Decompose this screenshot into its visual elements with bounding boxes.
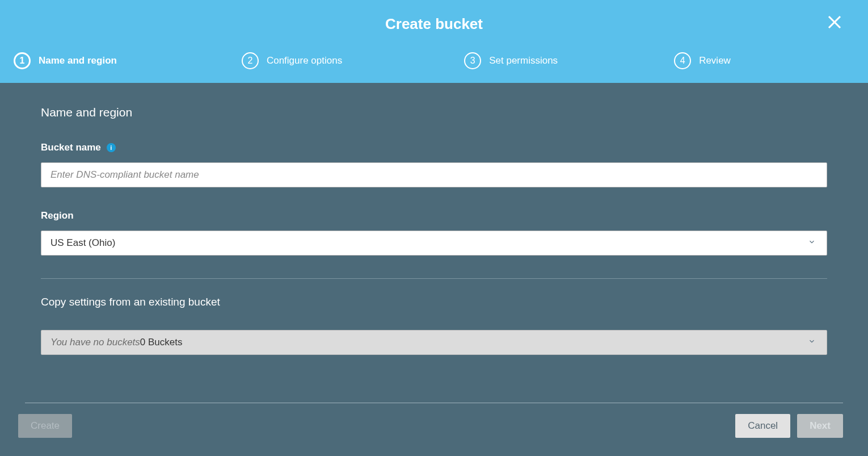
- bucket-name-input[interactable]: [41, 162, 827, 187]
- step-label: Configure options: [267, 55, 342, 66]
- copy-settings-heading: Copy settings from an existing bucket: [41, 296, 827, 308]
- modal-body: Name and region Bucket name i Region US …: [0, 83, 868, 456]
- step-configure-options[interactable]: 2 Configure options: [242, 52, 342, 69]
- close-icon: [826, 14, 843, 31]
- footer-right-buttons: Cancel Next: [735, 414, 843, 438]
- copy-empty-message: You have no buckets: [50, 337, 140, 348]
- footer-divider: [25, 403, 843, 403]
- modal-title: Create bucket: [385, 15, 483, 33]
- step-name-and-region[interactable]: 1 Name and region: [14, 52, 117, 69]
- title-bar: Create bucket: [0, 0, 868, 48]
- region-field: Region US East (Ohio): [41, 210, 827, 256]
- bucket-name-field: Bucket name i: [41, 142, 827, 187]
- step-number-icon: 4: [674, 52, 691, 69]
- region-value: US East (Ohio): [50, 237, 115, 249]
- region-select[interactable]: US East (Ohio): [41, 231, 827, 256]
- step-number-icon: 1: [14, 52, 31, 69]
- cancel-button[interactable]: Cancel: [735, 414, 790, 438]
- step-review[interactable]: 4 Review: [674, 52, 731, 69]
- section-title: Name and region: [41, 106, 827, 119]
- step-label: Name and region: [39, 55, 117, 66]
- region-label: Region: [41, 210, 827, 221]
- next-button[interactable]: Next: [797, 414, 843, 438]
- step-label: Review: [699, 55, 731, 66]
- step-label: Set permissions: [489, 55, 558, 66]
- label-text: Bucket name: [41, 142, 101, 153]
- info-icon[interactable]: i: [107, 143, 116, 152]
- copy-settings-field: You have no buckets0 Buckets: [41, 330, 827, 355]
- bucket-name-label: Bucket name i: [41, 142, 827, 153]
- modal-header: Create bucket 1 Name and region 2 Config…: [0, 0, 868, 83]
- copy-settings-select[interactable]: You have no buckets0 Buckets: [41, 330, 827, 355]
- divider: [41, 278, 827, 279]
- create-button[interactable]: Create: [18, 414, 72, 438]
- copy-count: 0 Buckets: [140, 337, 183, 348]
- modal-footer: Create Cancel Next: [0, 403, 868, 456]
- wizard-steps: 1 Name and region 2 Configure options 3 …: [0, 48, 868, 83]
- label-text: Region: [41, 210, 74, 221]
- close-button[interactable]: [826, 14, 843, 33]
- step-number-icon: 2: [242, 52, 259, 69]
- step-number-icon: 3: [464, 52, 481, 69]
- step-set-permissions[interactable]: 3 Set permissions: [464, 52, 558, 69]
- create-bucket-modal: Create bucket 1 Name and region 2 Config…: [0, 0, 868, 456]
